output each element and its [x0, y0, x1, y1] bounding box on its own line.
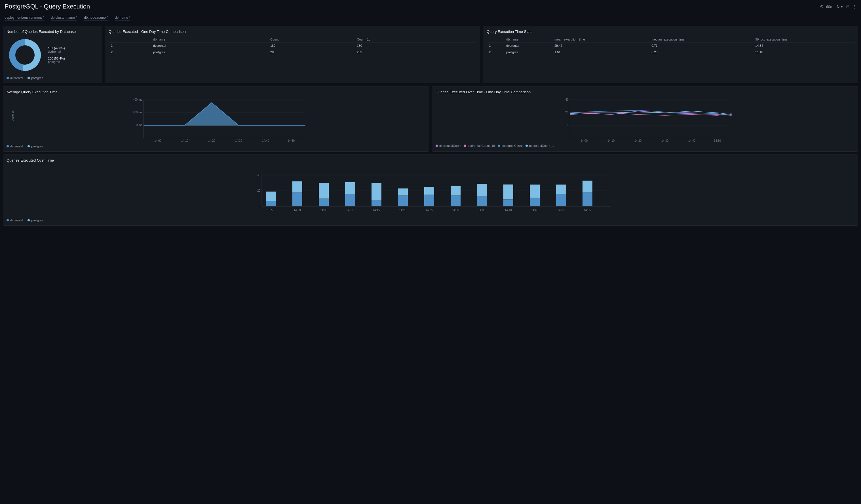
stat-row-2-median: 0.28 — [649, 49, 753, 56]
legend-dvdrental-bar: dvdrental — [6, 219, 23, 222]
legend-postgres-count: postgres|Count — [498, 144, 522, 148]
svg-text:14:00: 14:00 — [293, 209, 301, 212]
filter-control[interactable]: ⊟ — [846, 4, 849, 9]
legend-postgres: postgres — [28, 76, 43, 80]
bar — [345, 182, 355, 194]
row-2-count1d: 209 — [355, 49, 476, 56]
filter-deployment-environment[interactable]: deployment.environment * — [4, 16, 44, 20]
page-title: PostgreSQL - Query Execution — [4, 3, 90, 10]
svg-text:14:30: 14:30 — [235, 139, 242, 142]
svg-text:14:50: 14:50 — [288, 139, 295, 142]
more-icon: ⋮ — [853, 4, 857, 9]
svg-text:14:40: 14:40 — [262, 139, 269, 142]
dvdrental-avg-label: dvdrental — [10, 144, 23, 148]
filter-icon: ⊟ — [846, 4, 849, 9]
bar — [583, 193, 592, 207]
dvdrental-bar-dot — [6, 219, 9, 221]
bar — [292, 193, 302, 207]
bar — [583, 181, 592, 192]
postgres-avg-dot — [28, 145, 30, 148]
svg-text:200 ms: 200 ms — [133, 111, 142, 114]
dvdrental-count-dot — [436, 144, 438, 147]
stat-row-2-pct99: 11.10 — [753, 49, 855, 56]
svg-text:14:00: 14:00 — [580, 139, 588, 142]
table-row: 2 postgres 1.61 0.28 11.10 — [487, 49, 855, 56]
stat-row-2-num: 2 — [487, 49, 504, 56]
time-control[interactable]: ⏱ -60m — [820, 4, 833, 9]
row-2-count: 200 — [268, 49, 355, 56]
svg-text:20: 20 — [257, 189, 261, 192]
svg-marker-18 — [185, 103, 239, 125]
svg-text:14:30: 14:30 — [452, 209, 459, 212]
avg-y-label: postgres — [11, 110, 14, 121]
bar — [319, 183, 329, 199]
dvdrental-count-label: dvdrental|Count — [439, 144, 461, 148]
dvdrental-legend-label: dvdrental — [10, 76, 23, 80]
legend-postgres-avg: postgres — [28, 144, 43, 148]
svg-text:0: 0 — [567, 124, 569, 127]
svg-text:14:10: 14:10 — [607, 139, 615, 142]
queries-over-time-comparison-legend: dvdrental|Count dvdrental|Count_1d postg… — [436, 144, 855, 148]
queries-over-time-comparison-panel: Queries Executed Over Time - One Day Tim… — [432, 86, 858, 152]
postgres-dot — [28, 77, 30, 79]
svg-text:40: 40 — [257, 173, 261, 177]
col-count1d: Count_1d — [355, 37, 476, 43]
postgres-count1d-label: postgres|Count_1d — [529, 144, 556, 148]
svg-text:14:30: 14:30 — [661, 139, 668, 142]
bar — [424, 195, 434, 206]
queries-over-time-comparison-title: Queries Executed Over Time - One Day Tim… — [436, 90, 855, 94]
row-1: Number of Queries Executed by Database 1… — [3, 26, 858, 83]
dvdrental-count1d-dot — [464, 144, 466, 147]
donut-panel: Number of Queries Executed by Database 1… — [3, 26, 102, 83]
svg-text:14:55: 14:55 — [584, 209, 591, 212]
bar — [530, 198, 540, 206]
postgres-count-dot — [498, 144, 500, 147]
refresh-control[interactable]: ↻ ▾ — [837, 4, 843, 9]
dvdrental-dot — [6, 77, 9, 79]
col-count: Count — [268, 37, 355, 43]
clock-icon: ⏱ — [820, 4, 823, 9]
svg-text:14:50: 14:50 — [714, 139, 721, 142]
bar — [503, 199, 513, 206]
svg-text:14:20: 14:20 — [634, 139, 642, 142]
stat-row-1-mean: 29.42 — [552, 43, 649, 49]
bar — [451, 196, 461, 207]
stat-row-1-dbname: dvdrental — [504, 43, 552, 49]
filter-db-name[interactable]: db.name * — [115, 16, 131, 20]
filter-db-cluster-name[interactable]: db.cluster.name * — [51, 16, 77, 20]
more-control[interactable]: ⋮ — [853, 4, 857, 9]
legend-dvdrental-count: dvdrental|Count — [436, 144, 461, 148]
bar — [345, 194, 355, 206]
svg-text:14:20: 14:20 — [399, 209, 406, 212]
avg-query-legend: dvdrental postgres — [6, 144, 425, 148]
donut-chart — [6, 37, 43, 73]
legend-postgres-count1d: postgres|Count_1d — [525, 144, 556, 148]
svg-text:13:55: 13:55 — [267, 209, 274, 212]
stat-row-2-dbname: postgres — [504, 49, 552, 56]
svg-text:14:00: 14:00 — [154, 139, 161, 142]
filter-db-node-name[interactable]: db.node.name * — [84, 16, 108, 20]
legend-dvdrental: dvdrental — [6, 76, 23, 80]
bar — [319, 199, 329, 207]
bar — [398, 188, 408, 196]
queries-over-time-chart-wrapper: 40 20 0 — [9, 165, 855, 216]
table-row: 1 dvdrental 182 180 — [109, 43, 476, 49]
col-pct99: 99_pct_execution_time — [753, 37, 855, 43]
svg-text:20: 20 — [565, 111, 569, 114]
legend-dvdrental-count1d: dvdrental|Count_1d — [464, 144, 495, 148]
postgres-legend-label: postgres — [31, 76, 43, 80]
svg-text:14:40: 14:40 — [688, 139, 695, 142]
row-2-num: 2 — [109, 49, 151, 56]
svg-text:14:05: 14:05 — [320, 209, 327, 212]
col-median: median_execution_time — [649, 37, 753, 43]
dvdrental-avg-dot — [6, 145, 9, 148]
chevron-down-icon: ▾ — [841, 4, 843, 9]
row-3: Queries Executed Over Time 40 20 0 — [3, 154, 858, 226]
bar — [292, 181, 302, 193]
bar — [556, 184, 566, 194]
queries-over-time-legend: dvdrental postgres — [6, 219, 855, 222]
avg-query-time-panel: Average Query Execution Time postgres 40… — [3, 86, 429, 152]
bar — [556, 194, 566, 206]
svg-text:14:50: 14:50 — [557, 209, 564, 212]
postgres-bar-dot — [28, 219, 30, 221]
